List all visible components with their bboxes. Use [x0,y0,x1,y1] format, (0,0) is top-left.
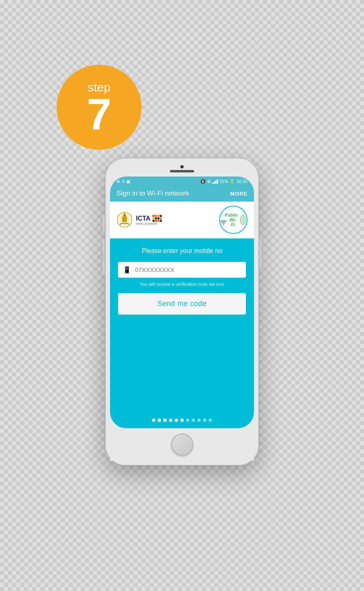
sri-lanka-emblem [116,212,133,228]
dot-1 [152,419,155,422]
pagination-dots [152,414,212,424]
phone-bottom [110,428,254,461]
icta-cell [155,217,157,219]
enter-prompt: Please enter your mobile no [142,247,222,255]
logo-left: ICTA [116,212,162,228]
icta-cell [155,220,157,222]
icta-cell [152,217,154,219]
dot-8 [192,419,195,422]
image-icon: ▣ [126,179,130,184]
phone-speaker [170,170,194,172]
main-content: Please enter your mobile no 📱 You will r… [110,238,254,428]
icta-logo: ICTA [136,215,162,225]
home-button[interactable] [171,434,193,456]
bar2 [214,182,215,184]
phone-camera [180,165,184,168]
wifi-status-icon: ⊕ [207,179,211,184]
icta-cell [155,215,157,217]
icta-text: ICTA [136,215,150,222]
dot-11 [209,419,212,422]
send-code-button[interactable]: Send me code [118,293,246,315]
battery-icon: 🔋 [229,179,235,184]
bar3 [215,181,216,184]
dot-7 [186,419,189,422]
time-display: 16:25 [236,179,248,184]
dot-4 [169,419,172,422]
svg-point-4 [124,213,125,216]
phone-input-wrapper[interactable]: 📱 [118,262,246,278]
header-logos: ICTA [110,202,254,238]
icta-cell [160,215,162,217]
icta-sub-text: ideas actioned [136,222,157,225]
dot-5 [175,419,178,422]
icta-cell [160,220,162,222]
mute-icon: 🔇 [200,179,206,184]
sms-note: You will receive a verification code via… [140,282,224,287]
public-wifi-logo: Public Wi-Fi [219,206,248,234]
icta-cell [157,215,159,217]
dot-9 [197,419,201,422]
icta-cell [152,215,154,217]
dot-10 [203,419,206,422]
mobile-icon: 📱 [123,266,131,274]
mobile-number-input[interactable] [135,266,241,273]
wifi-waves-icon [220,219,227,225]
wifi-icon: ⊕ [116,179,120,184]
bar4 [217,179,218,184]
icta-cell [160,217,162,219]
phone-frame: ⊕ S ▣ 🔇 ⊕ 31% 🔋 16:25 [105,158,259,466]
status-left: ⊕ S ▣ [116,179,130,184]
phone-screen: ⊕ S ▣ 🔇 ⊕ 31% 🔋 16:25 [110,176,254,428]
more-button[interactable]: MORE [230,191,248,197]
status-right: 🔇 ⊕ 31% 🔋 16:25 [200,179,248,184]
public-text: Public [225,213,238,217]
wifi-text: Wi-Fi [228,217,238,227]
battery-percent: 31% [219,179,228,184]
s-icon: S [122,179,125,184]
icta-cell [157,220,159,222]
step-badge: step 7 [57,65,142,150]
dot-3 [163,419,167,422]
dot-2 [158,419,161,422]
icta-cell [152,220,154,222]
srilanka-map [239,214,247,225]
toolbar: Sign in to Wi-Fi network MORE [110,186,254,202]
toolbar-title: Sign in to Wi-Fi network [116,189,189,198]
signal-bars [212,179,218,184]
dot-6 [180,419,184,422]
status-bar: ⊕ S ▣ 🔇 ⊕ 31% 🔋 16:25 [110,176,254,186]
bar1 [212,183,213,184]
icta-cell [157,217,159,219]
step-number: 7 [87,94,111,134]
